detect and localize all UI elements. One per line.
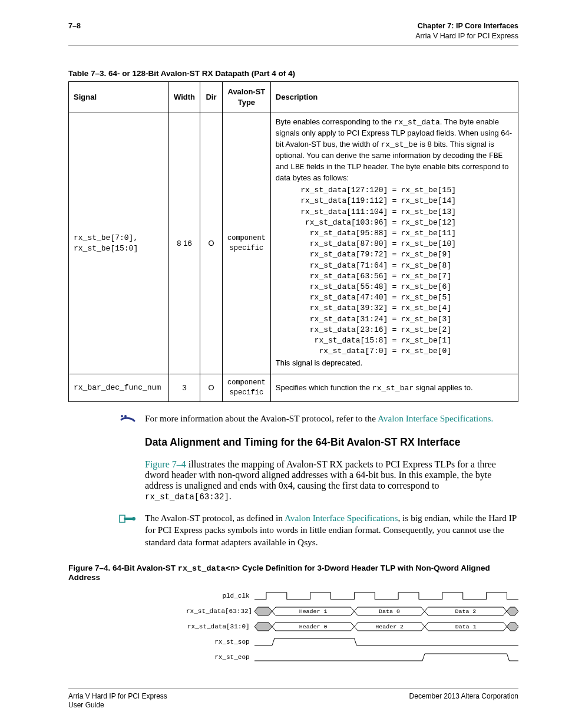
mapping-item: rx_st_data[7:0]=rx_st_be[0] — [276, 346, 513, 357]
footer-date: December 2013 Altera Corporation — [409, 692, 518, 710]
mapping-item: rx_st_data[63:56]=rx_st_be[7] — [276, 271, 513, 282]
lane-eop: rx_st_eop — [186, 651, 518, 663]
svg-text:Header 0: Header 0 — [299, 624, 327, 630]
mapping-item: rx_st_data[71:64]=rx_st_be[8] — [276, 261, 513, 271]
col-dir: Dir — [200, 81, 222, 113]
col-avtype: Avalon-ST Type — [222, 81, 270, 113]
desc-para: Byte enables corresponding to the rx_st_… — [276, 117, 513, 183]
svg-text:Header 1: Header 1 — [299, 608, 328, 615]
svg-text:Data 2: Data 2 — [455, 608, 477, 615]
description-cell: Byte enables corresponding to the rx_st_… — [270, 113, 518, 374]
lane-data-hi: rx_st_data[63:32] Header 1Data 0Data 2 — [186, 605, 518, 617]
reference-icon — [119, 414, 137, 423]
footer-doc-title: Arria V Hard IP for PCI Express — [68, 692, 167, 701]
col-desc: Description — [270, 81, 518, 113]
footer-doc-sub: User Guide — [68, 701, 167, 710]
width-cell: 3 — [169, 374, 200, 402]
lane-data-lo: rx_st_data[31:0] Header 0Header 2Data 1 — [186, 621, 518, 633]
note-block: The Avalon-ST protocol, as defined in Av… — [68, 512, 518, 548]
bus-waveform: Header 1Data 0Data 2 — [254, 605, 518, 617]
reference-text: For more information about the Avalon-ST… — [145, 413, 518, 424]
figure-ref-link[interactable]: Figure 7–4 — [145, 459, 186, 469]
table-caption: Table 7–3. 64- or 128-Bit Avalon-ST RX D… — [68, 69, 518, 78]
mapping-item: rx_st_data[95:88]=rx_st_be[11] — [276, 228, 513, 239]
mapping-item: rx_st_data[103:96]=rx_st_be[12] — [276, 218, 513, 228]
description-cell: Specifies which function the rx_st_bar s… — [270, 374, 518, 402]
mapping-item: rx_st_data[47:40]=rx_st_be[5] — [276, 292, 513, 303]
mapping-item: rx_st_data[55:48]=rx_st_be[6] — [276, 282, 513, 292]
lane-clk: pld_clk — [186, 590, 518, 602]
svg-text:Data 0: Data 0 — [379, 608, 400, 615]
avtype-cell: component specific — [222, 374, 270, 402]
avtype-cell: component specific — [222, 113, 270, 374]
signal-waveform — [254, 651, 518, 663]
table-header-row: Signal Width Dir Avalon-ST Type Descript… — [69, 81, 518, 113]
timing-diagram: pld_clk rx_st_data[63:32] Header 1Data 0… — [186, 590, 518, 663]
signal-cell: rx_st_be[7:0], rx_st_be[15:0] — [69, 113, 169, 374]
note-text: The Avalon-ST protocol, as defined in Av… — [145, 512, 518, 548]
running-header: 7–8 Chapter 7: IP Core Interfaces Arria … — [68, 21, 518, 45]
table-row: rx_st_be[7:0], rx_st_be[15:0] 8 16 O com… — [69, 113, 518, 374]
col-width: Width — [169, 81, 200, 113]
svg-point-3 — [132, 517, 135, 521]
rx-datapath-table: Signal Width Dir Avalon-ST Type Descript… — [68, 81, 518, 402]
pointing-hand-icon — [119, 513, 137, 524]
width-cell: 8 16 — [169, 113, 200, 374]
chapter-title: Chapter 7: IP Core Interfaces — [415, 21, 518, 31]
table-row: rx_bar_dec_func_num 3 O component specif… — [69, 374, 518, 402]
mapping-item: rx_st_data[119:112]=rx_st_be[14] — [276, 196, 513, 206]
mapping-item: rx_st_data[31:24]=rx_st_be[3] — [276, 314, 513, 325]
mapping-item: rx_st_data[111:104]=rx_st_be[13] — [276, 207, 513, 218]
mapping-item: rx_st_data[127:120]=rx_st_be[15] — [276, 185, 513, 196]
byte-enable-mapping: rx_st_data[127:120]=rx_st_be[15]rx_st_da… — [276, 185, 513, 357]
mapping-item: rx_st_data[23:16]=rx_st_be[2] — [276, 325, 513, 335]
svg-text:Data 1: Data 1 — [455, 624, 476, 630]
mapping-item: rx_st_data[39:32]=rx_st_be[4] — [276, 303, 513, 314]
svg-point-1 — [124, 415, 127, 417]
mapping-item: rx_st_data[15:8]=rx_st_be[1] — [276, 335, 513, 346]
mapping-item: rx_st_data[87:80]=rx_st_be[10] — [276, 239, 513, 249]
running-footer: Arria V Hard IP for PCI Express User Gui… — [68, 688, 518, 710]
col-signal: Signal — [69, 81, 169, 113]
lane-sop: rx_st_sop — [186, 636, 518, 648]
signal-cell: rx_bar_dec_func_num — [69, 374, 169, 402]
svg-text:Header 2: Header 2 — [375, 624, 404, 630]
dir-cell: O — [200, 113, 222, 374]
mapping-item: rx_st_data[79:72]=rx_st_be[9] — [276, 249, 513, 260]
avalon-spec-link[interactable]: Avalon Interface Specifications. — [378, 413, 493, 423]
chapter-subtitle: Arria V Hard IP for PCI Express — [415, 31, 518, 41]
clock-waveform — [254, 590, 518, 602]
section-heading: Data Alignment and Timing for the 64-Bit… — [145, 436, 518, 449]
intro-para: Figure 7–4 illustrates the mapping of Av… — [145, 459, 518, 502]
bus-waveform: Header 0Header 2Data 1 — [254, 621, 518, 633]
deprecated-note: This signal is deprecated. — [276, 358, 513, 368]
svg-point-0 — [121, 415, 123, 417]
figure-caption: Figure 7–4. 64-Bit Avalon-ST rx_st_data<… — [68, 564, 518, 582]
page-number: 7–8 — [68, 21, 81, 31]
dir-cell: O — [200, 374, 222, 402]
header-rule — [68, 45, 518, 45]
avalon-spec-link[interactable]: Avalon Interface Specifications — [285, 513, 398, 523]
signal-waveform — [254, 636, 518, 648]
reference-block: For more information about the Avalon-ST… — [68, 413, 518, 424]
